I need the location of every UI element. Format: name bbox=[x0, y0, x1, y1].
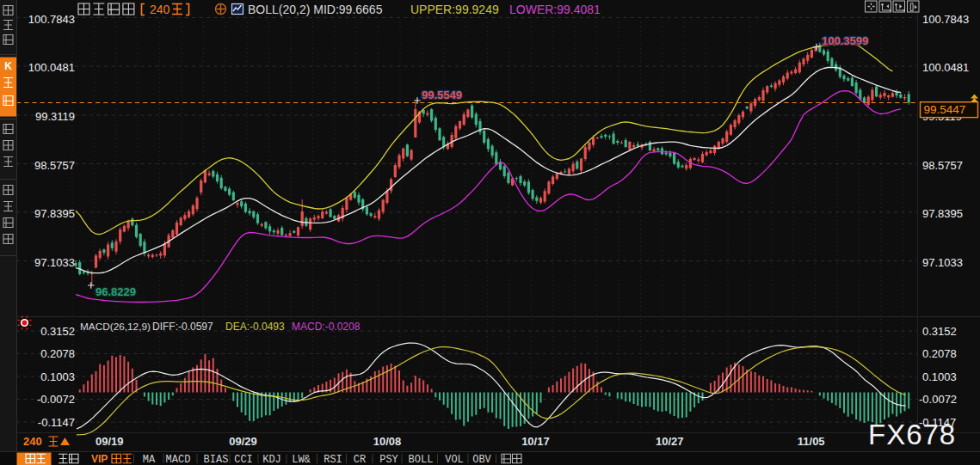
svg-text:96.8229: 96.8229 bbox=[96, 285, 136, 298]
svg-text:OBV: OBV bbox=[472, 454, 491, 465]
svg-text:LOWER:99.4081: LOWER:99.4081 bbox=[509, 3, 601, 16]
svg-text:100.3599: 100.3599 bbox=[822, 34, 868, 47]
svg-text:LW&: LW& bbox=[292, 454, 311, 465]
svg-text:11/05: 11/05 bbox=[798, 435, 825, 448]
svg-text:VIP: VIP bbox=[91, 453, 108, 465]
svg-text:0.2078: 0.2078 bbox=[922, 347, 957, 360]
svg-text:DIFF:-0.0597: DIFF:-0.0597 bbox=[152, 321, 213, 333]
svg-text:0.1003: 0.1003 bbox=[922, 370, 957, 383]
svg-text:MA: MA bbox=[143, 454, 156, 465]
svg-text:0.3152: 0.3152 bbox=[40, 325, 75, 338]
svg-text:0.1003: 0.1003 bbox=[40, 370, 75, 383]
svg-text:100.0481: 100.0481 bbox=[28, 61, 75, 74]
svg-text:99.3119: 99.3119 bbox=[35, 110, 75, 123]
svg-text:0.2078: 0.2078 bbox=[40, 347, 75, 360]
svg-text:10/27: 10/27 bbox=[656, 435, 684, 448]
svg-text:97.8395: 97.8395 bbox=[922, 207, 963, 220]
svg-text:10/08: 10/08 bbox=[373, 435, 402, 448]
svg-text:100.7843: 100.7843 bbox=[28, 13, 75, 26]
svg-text:09/29: 09/29 bbox=[229, 435, 257, 448]
svg-text:99.5447: 99.5447 bbox=[924, 103, 966, 116]
svg-text:MACD:-0.0208: MACD:-0.0208 bbox=[292, 321, 361, 333]
svg-text:BIAS: BIAS bbox=[204, 454, 229, 465]
svg-text:VOL: VOL bbox=[445, 454, 464, 465]
svg-text:97.8395: 97.8395 bbox=[34, 207, 75, 220]
svg-text:KDJ: KDJ bbox=[262, 454, 281, 465]
svg-text:UPPER:99.9249: UPPER:99.9249 bbox=[410, 3, 499, 16]
svg-text:DEA:-0.0493: DEA:-0.0493 bbox=[225, 321, 285, 333]
svg-text:98.5757: 98.5757 bbox=[922, 159, 963, 172]
svg-text:10/17: 10/17 bbox=[521, 435, 550, 448]
svg-text:98.5757: 98.5757 bbox=[34, 159, 75, 172]
svg-text:BOLL(20,2) MID:99.6665: BOLL(20,2) MID:99.6665 bbox=[248, 3, 383, 16]
svg-text:09/19: 09/19 bbox=[96, 435, 124, 448]
svg-text:-0.1147: -0.1147 bbox=[919, 416, 956, 429]
svg-text:240: 240 bbox=[23, 435, 42, 448]
svg-text:RSI: RSI bbox=[324, 454, 342, 465]
svg-text:K: K bbox=[4, 60, 12, 72]
svg-text:0.3152: 0.3152 bbox=[922, 325, 957, 338]
svg-text:MACD: MACD bbox=[166, 454, 191, 465]
svg-text:-0.0072: -0.0072 bbox=[919, 393, 957, 406]
svg-text:BOLL: BOLL bbox=[409, 454, 434, 465]
svg-text:-0.1147: -0.1147 bbox=[38, 416, 75, 429]
svg-text:CR: CR bbox=[354, 454, 366, 465]
svg-text:MACD(26,12,9): MACD(26,12,9) bbox=[80, 321, 151, 333]
svg-text:97.1033: 97.1033 bbox=[922, 256, 963, 269]
svg-text:100.7843: 100.7843 bbox=[922, 13, 969, 26]
svg-text:240: 240 bbox=[150, 3, 170, 16]
svg-text:CCI: CCI bbox=[234, 454, 253, 465]
svg-text:100.0481: 100.0481 bbox=[922, 61, 969, 74]
svg-text:PSY: PSY bbox=[379, 454, 398, 465]
svg-text:-0.0072: -0.0072 bbox=[37, 393, 75, 406]
svg-text:97.1033: 97.1033 bbox=[34, 256, 75, 269]
svg-text:99.5549: 99.5549 bbox=[422, 89, 462, 101]
